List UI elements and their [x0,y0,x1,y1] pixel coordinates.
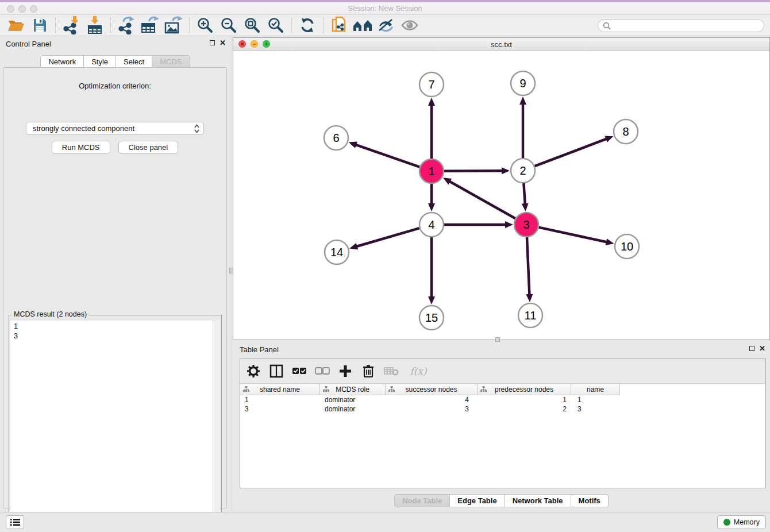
network-frame-title: scc.txt [233,40,769,49]
column-header-predecessor-nodes[interactable]: predecessor nodes [478,384,571,395]
graph-node-label: 3 [523,218,529,231]
cell-mcds-role[interactable]: dominator [320,395,386,404]
zoom-in-icon[interactable] [195,17,215,34]
cell-name[interactable]: 3 [571,404,620,414]
graph-node-label: 15 [425,311,438,324]
float-panel-icon[interactable] [210,40,215,45]
graph-edge-2-8[interactable] [535,138,607,166]
search-box[interactable] [598,19,764,32]
deselect-all-columns-icon[interactable] [315,364,330,379]
graph-node-14[interactable]: 14 [325,240,349,264]
graph-node-1[interactable]: 1 [419,159,444,183]
float-table-panel-icon[interactable] [749,346,754,351]
clone-network-icon[interactable] [329,17,349,34]
graph-node-6[interactable]: 6 [324,126,348,150]
column-header-mcds-role[interactable]: MCDS role [320,384,386,395]
tab-network-table[interactable]: Network Table [505,494,571,507]
graph-node-label: 4 [428,218,434,231]
graph-node-9[interactable]: 9 [511,71,535,95]
toolbar-separator [189,18,190,33]
cell-predecessor-nodes[interactable]: 2 [478,404,571,414]
graph-node-8[interactable]: 8 [614,119,638,144]
show-panels-icon[interactable] [399,17,420,34]
close-table-panel-icon[interactable]: ✕ [759,345,765,352]
graph-edge-arrowhead [605,136,613,142]
export-image-icon[interactable] [163,17,184,34]
graph-node-11[interactable]: 11 [518,303,542,327]
mcds-result-textarea[interactable]: 1 3 [10,321,220,529]
zoom-out-icon[interactable] [218,17,239,34]
graph-node-2[interactable]: 2 [511,159,535,183]
graph-edge-arrowhead [519,97,526,105]
network-frame-titlebar[interactable]: ✕ − + scc.txt [233,38,769,51]
export-table-icon[interactable] [140,17,160,34]
refresh-layout-icon[interactable] [297,17,318,34]
hide-panels-icon[interactable] [376,17,396,34]
select-all-columns-icon[interactable] [292,364,307,379]
toolbar-separator [110,18,111,33]
task-history-button[interactable] [6,515,24,529]
tab-network[interactable]: Network [40,55,84,68]
zoom-fit-icon[interactable] [242,17,263,34]
graph-node-3[interactable]: 3 [514,213,538,237]
open-session-icon[interactable] [6,17,26,34]
table-row[interactable]: 1 dominator 4 1 1 [240,395,765,404]
cell-name[interactable]: 1 [571,395,620,404]
graph-edge-3-1[interactable] [449,181,515,218]
cell-shared-name[interactable]: 1 [240,395,320,404]
search-input[interactable] [613,21,764,31]
graph-edge-3-11[interactable] [527,237,529,295]
delete-table-icon[interactable] [384,364,399,379]
graph-edge-4-14[interactable] [356,228,419,246]
window-title: Session: New Session [0,4,770,13]
column-header-name[interactable]: name [571,384,620,395]
network-canvas[interactable]: 1234678910111415 [233,51,769,340]
run-mcds-button[interactable]: Run MCDS [52,141,110,154]
close-panel-icon[interactable]: ✕ [220,40,226,46]
graph-node-10[interactable]: 10 [615,234,639,259]
export-network-icon[interactable] [116,17,137,34]
tab-mcds[interactable]: MCDS [152,55,190,68]
split-panel-icon[interactable] [269,364,284,379]
network-overview-icon[interactable] [352,17,373,34]
cell-successor-nodes[interactable]: 4 [386,395,478,404]
cell-shared-name[interactable]: 3 [240,404,320,414]
tab-style[interactable]: Style [84,55,116,68]
graph-edge-1-2[interactable] [444,171,503,171]
close-panel-button[interactable]: Close panel [118,141,179,154]
cell-mcds-role[interactable]: dominator [320,404,386,414]
import-network-icon[interactable] [61,17,82,34]
column-header-shared-name[interactable]: shared name [240,384,320,395]
graph-node-15[interactable]: 15 [419,306,444,330]
result-scrollbar[interactable] [213,321,220,529]
table-settings-icon[interactable] [246,364,261,379]
add-column-icon[interactable] [338,364,353,379]
delete-column-icon[interactable] [361,364,376,379]
graph-edge-arrowhead [428,296,435,304]
tab-select[interactable]: Select [116,55,152,68]
memory-button[interactable]: Memory [717,515,766,529]
cell-predecessor-nodes[interactable]: 1 [478,395,571,404]
save-session-icon[interactable] [29,17,50,34]
control-panel-header: Control Panel ✕ [0,36,230,51]
tab-edge-table[interactable]: Edge Table [450,494,505,507]
tab-node-table[interactable]: Node Table [394,494,450,507]
function-builder-icon[interactable]: f(x) [407,364,430,379]
network-resize-handle[interactable] [495,337,500,342]
graph-node-label: 14 [330,246,343,259]
import-table-icon[interactable] [84,17,105,34]
table-panel: Table Panel ✕ [233,342,770,512]
graph-node-4[interactable]: 4 [419,213,444,237]
zoom-selected-icon[interactable] [265,17,286,34]
graph-edge-arrowhead [522,203,529,211]
table-row[interactable]: 3 dominator 3 2 3 [240,404,765,414]
column-header-successor-nodes[interactable]: successor nodes [386,384,478,395]
tab-motifs[interactable]: Motifs [571,494,609,507]
optimization-criterion-select[interactable]: strongly connected component [26,122,204,135]
graph-edge-1-6[interactable] [355,145,419,167]
graph-edge-3-10[interactable] [538,228,607,242]
mcds-result-text: 1 3 [10,321,213,529]
cell-successor-nodes[interactable]: 3 [386,404,478,414]
graph-edge-2-3[interactable] [523,183,525,205]
graph-node-7[interactable]: 7 [419,72,444,97]
